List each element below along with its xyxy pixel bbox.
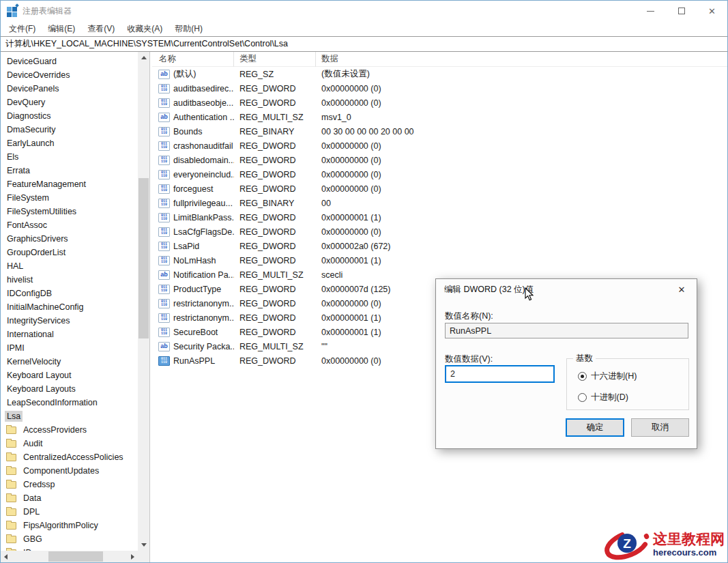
dialog-title-bar: 编辑 DWORD (32 位)值 ✕ bbox=[436, 279, 697, 300]
table-row[interactable]: ab(默认)REG_SZ(数值未设置) bbox=[152, 67, 727, 81]
value-data-cell: 0x00000000 (0) bbox=[316, 98, 727, 108]
horizontal-scroll-thumb[interactable] bbox=[48, 551, 103, 562]
folder-icon bbox=[6, 427, 16, 434]
watermark-logo-icon: Z bbox=[602, 525, 652, 562]
tree-item-componentupdates[interactable]: ComponentUpdates bbox=[1, 464, 138, 478]
tree-item-audit[interactable]: Audit bbox=[1, 437, 138, 450]
value-name-field[interactable]: RunAsPPL bbox=[445, 323, 688, 338]
tree-vertical-scrollbar[interactable] bbox=[138, 52, 149, 551]
scroll-down-icon[interactable] bbox=[141, 543, 147, 547]
table-row[interactable]: 011110everyoneinclud...REG_DWORD0x000000… bbox=[152, 167, 727, 182]
tree-item-featuremanagement[interactable]: FeatureManagement bbox=[1, 177, 138, 191]
tree-item-label: International bbox=[5, 329, 56, 340]
dword-value-icon: 011110 bbox=[158, 184, 170, 194]
column-header-name[interactable]: 名称 bbox=[152, 52, 234, 67]
radio-button-icon[interactable] bbox=[578, 372, 587, 381]
tree-item-leapsecondinformation[interactable]: LeapSecondInformation bbox=[1, 396, 138, 409]
tree-item-filesystemutilities[interactable]: FileSystemUtilities bbox=[1, 205, 138, 218]
table-row[interactable]: 011110LsaCfgFlagsDe...REG_DWORD0x0000000… bbox=[152, 225, 727, 239]
column-header-data[interactable]: 数据 bbox=[316, 52, 727, 67]
tree-item-hal[interactable]: HAL bbox=[1, 259, 138, 273]
value-name-label: 数值名称(N): bbox=[445, 311, 493, 322]
tree-item-integrityservices[interactable]: IntegrityServices bbox=[1, 314, 138, 328]
tree-item-idconfigdb[interactable]: IDConfigDB bbox=[1, 287, 138, 300]
tree-item-initialmachineconfig[interactable]: InitialMachineConfig bbox=[1, 300, 138, 314]
tree-item-deviceoverrides[interactable]: DeviceOverrides bbox=[1, 68, 138, 82]
tree-item-diagnostics[interactable]: Diagnostics bbox=[1, 109, 138, 123]
dword-glyph-bottom: 110 bbox=[161, 246, 167, 250]
menu-item-4[interactable]: 帮助(H) bbox=[169, 21, 209, 37]
table-row[interactable]: 011110LimitBlankPass...REG_DWORD0x000000… bbox=[152, 210, 727, 225]
vertical-scroll-thumb[interactable] bbox=[139, 178, 149, 338]
cancel-button[interactable]: 取消 bbox=[631, 418, 689, 437]
menu-item-2[interactable]: 查看(V) bbox=[81, 21, 121, 37]
tree-item-graphicsdrivers[interactable]: GraphicsDrivers bbox=[1, 232, 138, 246]
scroll-up-icon[interactable] bbox=[141, 56, 147, 59]
minimize-button[interactable] bbox=[635, 1, 666, 21]
value-name-cell: 011110RunAsPPL bbox=[152, 356, 234, 366]
dword-value-icon: 011110 bbox=[158, 285, 170, 294]
folder-icon bbox=[6, 522, 16, 530]
value-name-text: ProductType bbox=[173, 285, 221, 294]
maximize-button[interactable] bbox=[666, 1, 697, 21]
dialog-close-icon[interactable]: ✕ bbox=[667, 279, 697, 300]
tree-item-credssp[interactable]: Credssp bbox=[1, 478, 138, 491]
menu-item-1[interactable]: 编辑(E) bbox=[42, 21, 81, 37]
table-row[interactable]: 011110forceguestREG_DWORD0x00000000 (0) bbox=[152, 182, 727, 196]
table-row[interactable]: 011110BoundsREG_BINARY00 30 00 00 00 20 … bbox=[152, 124, 727, 139]
tree-item-fipsalgorithmpolicy[interactable]: FipsAlgorithmPolicy bbox=[1, 519, 138, 532]
tree-item-lsa[interactable]: Lsa bbox=[1, 409, 138, 423]
folder-icon bbox=[6, 481, 16, 489]
tree-item-international[interactable]: International bbox=[1, 328, 138, 341]
base-option-1[interactable]: 十进制(D) bbox=[578, 392, 688, 403]
tree-item-errata[interactable]: Errata bbox=[1, 164, 138, 177]
close-icon: ✕ bbox=[708, 7, 716, 16]
table-row[interactable]: 011110crashonauditfailREG_DWORD0x0000000… bbox=[152, 139, 727, 153]
column-header-type[interactable]: 类型 bbox=[234, 52, 316, 67]
table-row[interactable]: 011110LsaPidREG_DWORD0x000002a0 (672) bbox=[152, 239, 727, 253]
table-row[interactable]: 011110fullprivilegeau...REG_BINARY00 bbox=[152, 196, 727, 210]
table-row[interactable]: 011110auditbasedirec...REG_DWORD0x000000… bbox=[152, 81, 727, 96]
tree-item-fontassoc[interactable]: FontAssoc bbox=[1, 218, 138, 232]
tree-horizontal-scrollbar[interactable] bbox=[1, 551, 138, 562]
tree-item-keyboard-layout[interactable]: Keyboard Layout bbox=[1, 369, 138, 382]
value-data-field[interactable]: 2 bbox=[445, 365, 555, 383]
tree-item-devicepanels[interactable]: DevicePanels bbox=[1, 82, 138, 96]
folder-icon bbox=[6, 536, 16, 543]
value-type-cell: REG_DWORD bbox=[234, 98, 316, 108]
tree-item-keyboard-layouts[interactable]: Keyboard Layouts bbox=[1, 382, 138, 396]
tree-item-filesystem[interactable]: FileSystem bbox=[1, 191, 138, 205]
table-row[interactable]: 011110disabledomain...REG_DWORD0x0000000… bbox=[152, 153, 727, 167]
tree-item-deviceguard[interactable]: DeviceGuard bbox=[1, 55, 138, 68]
tree-item-accessproviders[interactable]: AccessProviders bbox=[1, 423, 138, 437]
tree-item-els[interactable]: Els bbox=[1, 150, 138, 164]
tree-item-label: hivelist bbox=[5, 274, 35, 285]
scroll-left-icon[interactable] bbox=[4, 554, 8, 560]
address-bar[interactable]: 计算机\HKEY_LOCAL_MACHINE\SYSTEM\CurrentCon… bbox=[1, 36, 727, 52]
base-option-0[interactable]: 十六进制(H) bbox=[578, 371, 688, 382]
tree-item-grouporderlist[interactable]: GroupOrderList bbox=[1, 246, 138, 259]
tree-item-data[interactable]: Data bbox=[1, 491, 138, 505]
scroll-right-icon[interactable] bbox=[131, 554, 134, 560]
table-row[interactable]: 011110auditbaseobje...REG_DWORD0x0000000… bbox=[152, 96, 727, 110]
tree-item-dmasecurity[interactable]: DmaSecurity bbox=[1, 123, 138, 136]
minimize-icon bbox=[647, 11, 654, 12]
table-row[interactable]: 011110NoLmHashREG_DWORD0x00000001 (1) bbox=[152, 253, 727, 268]
close-button[interactable]: ✕ bbox=[697, 1, 727, 21]
tree-item-dpl[interactable]: DPL bbox=[1, 505, 138, 519]
value-type-cell: REG_BINARY bbox=[234, 127, 316, 136]
radio-button-icon[interactable] bbox=[578, 393, 587, 402]
tree-item-kernelvelocity[interactable]: KernelVelocity bbox=[1, 355, 138, 369]
tree-item-ipmi[interactable]: IPMI bbox=[1, 341, 138, 355]
dword-value-icon: 011110 bbox=[158, 170, 170, 179]
tree-item-devquery[interactable]: DevQuery bbox=[1, 96, 138, 109]
menu-item-3[interactable]: 收藏夹(A) bbox=[121, 21, 169, 37]
menu-item-0[interactable]: 文件(F) bbox=[3, 21, 42, 37]
tree-item-gbg[interactable]: GBG bbox=[1, 532, 138, 546]
table-row[interactable]: abAuthentication ...REG_MULTI_SZmsv1_0 bbox=[152, 110, 727, 124]
tree-item-id[interactable]: ID bbox=[1, 546, 138, 551]
tree-item-earlylaunch[interactable]: EarlyLaunch bbox=[1, 136, 138, 150]
tree-item-centralizedaccesspolicies[interactable]: CentralizedAccessPolicies bbox=[1, 450, 138, 464]
tree-item-hivelist[interactable]: hivelist bbox=[1, 273, 138, 287]
ok-button[interactable]: 确定 bbox=[566, 418, 624, 437]
